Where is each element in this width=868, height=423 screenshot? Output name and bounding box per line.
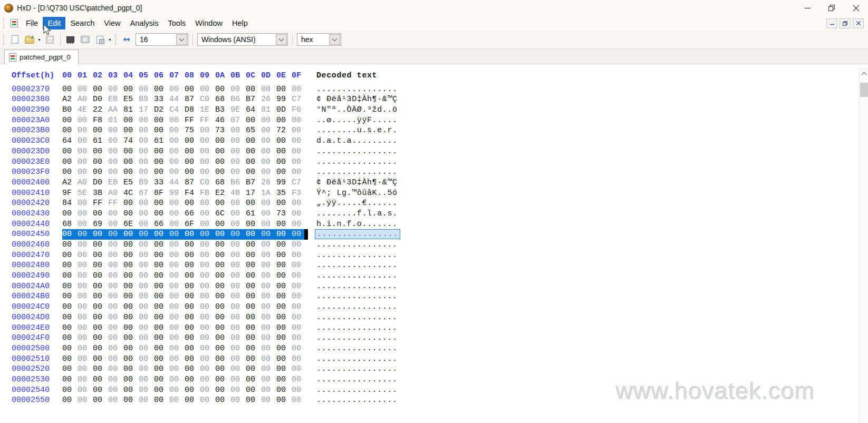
hex-byte[interactable]: 00 <box>78 385 93 396</box>
hex-bytes[interactable]: 00000000000000000000000000000000 <box>62 229 308 240</box>
hex-byte[interactable]: 00 <box>230 146 246 157</box>
hex-byte[interactable]: 00 <box>215 229 230 240</box>
hex-byte[interactable]: 73 <box>276 209 292 219</box>
hex-byte[interactable]: 00 <box>215 240 230 250</box>
hex-byte[interactable]: 00 <box>139 354 154 365</box>
hex-byte[interactable]: 00 <box>154 385 169 396</box>
hex-byte[interactable]: B9 <box>139 94 154 105</box>
hex-byte[interactable]: 00 <box>62 354 78 365</box>
hex-byte[interactable]: 00 <box>169 209 185 219</box>
hex-byte[interactable]: 6C <box>215 209 230 219</box>
hex-byte[interactable]: 00 <box>62 323 78 333</box>
scrollbar-thumb[interactable] <box>860 83 868 97</box>
hex-byte[interactable]: 00 <box>154 271 169 281</box>
hex-bytes[interactable]: 00000000000000000000000000000000 <box>62 281 308 292</box>
hex-byte[interactable]: FB <box>200 188 215 199</box>
hex-byte[interactable]: 00 <box>200 146 215 157</box>
hex-byte[interactable]: 00 <box>246 375 261 385</box>
hex-byte[interactable]: F4 <box>185 188 200 199</box>
chevron-down-icon[interactable] <box>329 34 340 45</box>
chevron-down-icon[interactable] <box>176 34 187 45</box>
hex-byte[interactable]: C0 <box>200 178 215 188</box>
hex-byte[interactable]: 00 <box>246 240 261 250</box>
hex-byte[interactable]: 00 <box>139 209 154 219</box>
hex-byte[interactable]: 9E <box>230 105 246 115</box>
hex-byte[interactable]: 00 <box>123 354 139 365</box>
hex-byte[interactable]: 00 <box>185 136 200 146</box>
hex-byte[interactable]: 00 <box>215 84 230 95</box>
hex-bytes[interactable]: 9F5E3BA04C678F99F4FBE24B171A35F3 <box>62 188 308 199</box>
menu-item-view[interactable]: View <box>99 17 125 29</box>
hex-byte[interactable]: F8 <box>93 115 108 126</box>
hex-byte[interactable]: 73 <box>215 125 230 136</box>
hex-byte[interactable]: 00 <box>78 115 93 126</box>
hex-byte[interactable]: AA <box>108 105 123 115</box>
hex-byte[interactable]: B6 <box>230 94 246 105</box>
hex-byte[interactable]: 00 <box>246 136 261 146</box>
hex-byte[interactable]: 00 <box>292 375 307 385</box>
hex-byte[interactable]: 33 <box>154 178 169 188</box>
hex-bytes[interactable]: 00000000000000000000000000000000 <box>62 395 308 406</box>
hex-byte[interactable]: 00 <box>292 219 307 230</box>
hex-byte[interactable]: 00 <box>93 84 108 95</box>
hex-byte[interactable]: 00 <box>154 375 169 385</box>
hex-byte[interactable]: 00 <box>276 281 292 292</box>
menu-item-help[interactable]: Help <box>227 17 253 29</box>
hex-byte[interactable]: 00 <box>169 385 185 396</box>
hex-byte[interactable]: 00 <box>292 312 307 323</box>
hex-byte[interactable]: 00 <box>185 281 200 292</box>
hex-byte[interactable]: 00 <box>292 209 307 219</box>
hex-byte[interactable]: FF <box>93 198 108 209</box>
hex-byte[interactable]: 00 <box>123 198 139 209</box>
decoded-text[interactable]: ........u.s.e.r. <box>316 125 398 136</box>
hex-byte[interactable]: 00 <box>246 291 261 302</box>
hex-byte[interactable]: 00 <box>276 260 292 271</box>
hex-byte[interactable]: 00 <box>123 333 139 343</box>
hex-byte[interactable]: 00 <box>230 333 246 343</box>
hex-byte[interactable]: 00 <box>246 229 261 240</box>
hex-byte[interactable]: 00 <box>169 281 185 292</box>
decoded-text[interactable]: ................ <box>316 323 398 333</box>
hex-byte[interactable]: 00 <box>276 146 292 157</box>
hex-byte[interactable]: 00 <box>261 240 276 250</box>
hex-byte[interactable]: 00 <box>169 291 185 302</box>
hex-byte[interactable]: 00 <box>215 291 230 302</box>
hex-byte[interactable]: 00 <box>78 219 93 230</box>
hex-byte[interactable]: 00 <box>292 198 307 209</box>
hex-byte[interactable]: 00 <box>261 312 276 323</box>
menu-item-file[interactable]: File <box>21 17 43 29</box>
hex-bytes[interactable]: 00000000000000000000000000000000 <box>62 167 308 178</box>
hex-byte[interactable]: 00 <box>185 343 200 354</box>
hex-byte[interactable]: 00 <box>139 312 154 323</box>
hex-byte[interactable]: E5 <box>123 94 139 105</box>
hex-byte[interactable]: 00 <box>169 271 185 281</box>
hex-byte[interactable]: 00 <box>261 250 276 261</box>
mdi-close-button[interactable] <box>853 18 864 28</box>
hex-byte[interactable]: 00 <box>108 333 123 343</box>
hex-byte[interactable]: 00 <box>93 281 108 292</box>
hex-byte[interactable]: E2 <box>215 188 230 199</box>
hex-byte[interactable]: 00 <box>230 302 246 312</box>
hex-byte[interactable]: 00 <box>200 354 215 365</box>
hex-byte[interactable]: 00 <box>246 198 261 209</box>
hex-byte[interactable]: 00 <box>230 291 246 302</box>
hex-byte[interactable]: 8F <box>154 188 169 199</box>
hex-byte[interactable]: 00 <box>215 385 230 396</box>
hex-byte[interactable]: 00 <box>154 84 169 95</box>
hex-byte[interactable]: 00 <box>276 115 292 126</box>
hex-byte[interactable]: 00 <box>185 84 200 95</box>
decoded-text[interactable]: ................ <box>316 343 398 354</box>
hex-byte[interactable]: 00 <box>200 125 215 136</box>
hex-byte[interactable]: 87 <box>185 178 200 188</box>
hex-byte[interactable]: 00 <box>230 375 246 385</box>
hex-byte[interactable]: 4C <box>123 188 139 199</box>
decoded-text[interactable]: ..ø.....ÿÿF..... <box>316 115 398 126</box>
hex-byte[interactable]: 00 <box>108 125 123 136</box>
hex-byte[interactable]: 69 <box>93 219 108 230</box>
hex-byte[interactable]: 00 <box>215 375 230 385</box>
hex-byte[interactable]: 64 <box>246 105 261 115</box>
hex-byte[interactable]: 00 <box>292 84 307 95</box>
hex-byte[interactable]: 00 <box>230 312 246 323</box>
hex-byte[interactable]: 00 <box>215 354 230 365</box>
hex-byte[interactable]: 00 <box>62 146 78 157</box>
